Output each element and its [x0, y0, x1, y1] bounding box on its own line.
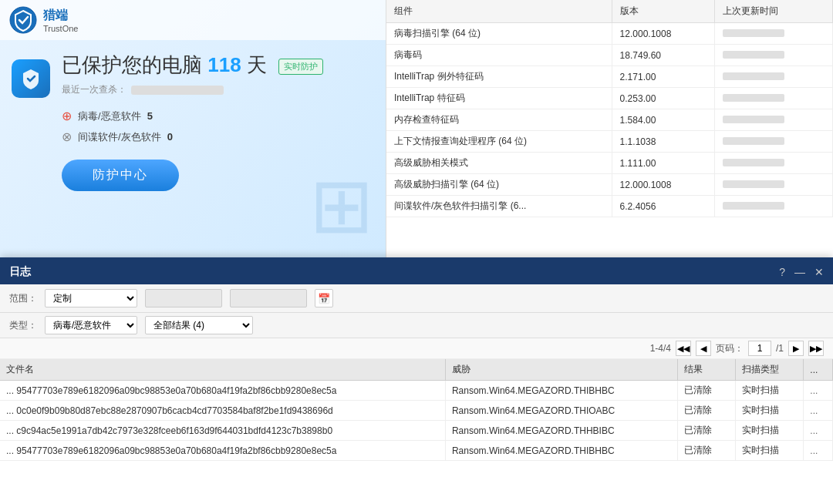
type-select[interactable]: 病毒/恶意软件: [45, 316, 137, 334]
component-version: 1.1.1038: [612, 131, 714, 153]
update-placeholder: [723, 202, 784, 210]
type-label: 类型：: [9, 319, 37, 332]
total-pages: /1: [776, 343, 784, 354]
update-placeholder: [723, 159, 784, 166]
spyware-icon: ⊗: [62, 129, 72, 144]
component-version: 18.749.60: [612, 45, 714, 66]
page-input[interactable]: [748, 341, 771, 356]
log-threat: Ransom.Win64.MEGAZORD.THIBHBC: [445, 381, 677, 401]
log-more-button[interactable]: ...: [804, 381, 833, 401]
titlebar-controls: ? — ✕: [779, 266, 824, 278]
shield-icon: [12, 59, 50, 98]
results-select[interactable]: 全部结果 (4): [145, 316, 253, 334]
page-label: 页码：: [716, 342, 744, 355]
range-label: 范围：: [9, 292, 37, 305]
log-col-threat: 威胁: [445, 359, 677, 381]
last-page-button[interactable]: ▶▶: [808, 341, 824, 356]
virus-count: 5: [147, 110, 153, 122]
log-threat: Ransom.Win64.MEGAZORD.THIOABC: [445, 401, 677, 421]
component-updated: [714, 153, 832, 174]
header-bar: 猎端 TrustOne: [0, 0, 386, 40]
pagination-bar: 1-4/4 ◀◀ ◀ 页码： /1 ▶ ▶▶: [0, 338, 833, 359]
update-placeholder: [723, 137, 784, 145]
component-row: 高级威胁扫描引擎 (64 位)12.000.1008: [386, 174, 833, 196]
log-scantype: 实时扫描: [736, 381, 804, 401]
log-col-filename: 文件名: [0, 359, 445, 381]
component-name: 病毒扫描引擎 (64 位): [386, 23, 612, 45]
log-col-scantype: 扫描类型: [736, 359, 804, 381]
update-placeholder: [723, 94, 784, 102]
protection-title: 已保护您的电脑 118 天 实时防护: [62, 52, 323, 79]
col-header-version: 版本: [612, 0, 714, 23]
stats-row: ⊕ 病毒/恶意软件 5 ⊗ 间谍软件/灰色软件 0: [62, 109, 323, 144]
first-page-button[interactable]: ◀◀: [676, 341, 691, 356]
component-name: 间谍软件/灰色软件扫描引擎 (6...: [386, 196, 612, 217]
log-result: 已清除: [678, 401, 736, 421]
logo-icon: [9, 6, 37, 34]
log-scantype: 实时扫描: [736, 441, 804, 461]
component-updated: [714, 45, 832, 66]
log-table: 文件名 威胁 结果 扫描类型 ... ... 95477703e789e6182…: [0, 359, 833, 461]
prev-page-button[interactable]: ◀: [696, 341, 711, 356]
component-row: 上下文情报查询处理程序 (64 位)1.1.1038: [386, 131, 833, 153]
bg-decoration: ⊞: [309, 160, 374, 250]
log-more-button[interactable]: ...: [804, 401, 833, 421]
component-name: 高级威胁相关模式: [386, 153, 612, 174]
component-updated: [714, 23, 832, 45]
log-result: 已清除: [678, 441, 736, 461]
log-row[interactable]: ... 95477703e789e6182096a09bc98853e0a70b…: [0, 381, 833, 401]
log-result: 已清除: [678, 381, 736, 401]
log-row[interactable]: ... c9c94ac5e1991a7db42c7973e328fceeb6f1…: [0, 421, 833, 441]
last-scan: 最近一次查杀：: [62, 83, 323, 96]
date-to-input[interactable]: [230, 289, 307, 307]
minimize-button[interactable]: —: [794, 266, 805, 278]
log-titlebar: 日志 ? — ✕: [0, 260, 833, 284]
component-row: 病毒扫描引擎 (64 位)12.000.1008: [386, 23, 833, 45]
components-table-wrapper[interactable]: 组件 版本 上次更新时间 病毒扫描引擎 (64 位)12.000.1008病毒码…: [386, 0, 833, 262]
component-updated: [714, 66, 832, 88]
log-window: 日志 ? — ✕ 范围： 定制 📅 类型： 病毒/恶意软件 全部结果 (4) 1…: [0, 257, 833, 504]
update-placeholder: [723, 51, 784, 59]
help-button[interactable]: ?: [779, 266, 785, 278]
brand-cn: 猎端: [43, 8, 78, 24]
component-row: IntelliTrap 特征码0.253.00: [386, 88, 833, 109]
log-filename: ... 0c0e0f9b09b80d87ebc88e2870907b6cacb4…: [0, 401, 445, 421]
log-filename: ... 95477703e789e6182096a09bc98853e0a70b…: [0, 381, 445, 401]
close-button[interactable]: ✕: [814, 266, 824, 278]
component-name: 高级威胁扫描引擎 (64 位): [386, 174, 612, 196]
left-panel: 猎端 TrustOne 已保护您的电脑 118 天 实时防护: [0, 0, 386, 262]
component-row: 间谍软件/灰色软件扫描引擎 (6...6.2.4056: [386, 196, 833, 217]
spyware-count: 0: [167, 131, 173, 143]
log-more-button[interactable]: ...: [804, 441, 833, 461]
component-name: IntelliTrap 例外特征码: [386, 66, 612, 88]
update-placeholder: [723, 180, 784, 188]
component-name: IntelliTrap 特征码: [386, 88, 612, 109]
log-col-more: ...: [804, 359, 833, 381]
log-threat: Ransom.Win64.MEGAZORD.THIBHBC: [445, 441, 677, 461]
right-panel: 组件 版本 上次更新时间 病毒扫描引擎 (64 位)12.000.1008病毒码…: [386, 0, 833, 262]
log-more-button[interactable]: ...: [804, 421, 833, 441]
log-table-wrapper[interactable]: 文件名 威胁 结果 扫描类型 ... ... 95477703e789e6182…: [0, 359, 833, 504]
range-select[interactable]: 定制: [45, 289, 137, 307]
virus-icon: ⊕: [62, 109, 72, 123]
col-header-component: 组件: [386, 0, 612, 23]
protect-center-button[interactable]: 防护中心: [62, 160, 179, 191]
log-scantype: 实时扫描: [736, 421, 804, 441]
log-row[interactable]: ... 0c0e0f9b09b80d87ebc88e2870907b6cacb4…: [0, 401, 833, 421]
calendar-button[interactable]: 📅: [315, 289, 333, 307]
date-from-input[interactable]: [145, 289, 222, 307]
components-table: 组件 版本 上次更新时间 病毒扫描引擎 (64 位)12.000.1008病毒码…: [386, 0, 833, 217]
log-row[interactable]: ... 95477703e789e6182096a09bc98853e0a70b…: [0, 441, 833, 461]
component-row: 高级威胁相关模式1.111.00: [386, 153, 833, 174]
component-updated: [714, 88, 832, 109]
component-row: 内存检查特征码1.584.00: [386, 109, 833, 131]
brand-name: 猎端 TrustOne: [43, 8, 78, 33]
component-version: 2.171.00: [612, 66, 714, 88]
update-placeholder: [723, 29, 784, 37]
log-col-result: 结果: [678, 359, 736, 381]
next-page-button[interactable]: ▶: [788, 341, 804, 356]
virus-stat: ⊕ 病毒/恶意软件 5: [62, 109, 323, 123]
component-name: 上下文情报查询处理程序 (64 位): [386, 131, 612, 153]
component-version: 12.000.1008: [612, 23, 714, 45]
component-updated: [714, 174, 832, 196]
